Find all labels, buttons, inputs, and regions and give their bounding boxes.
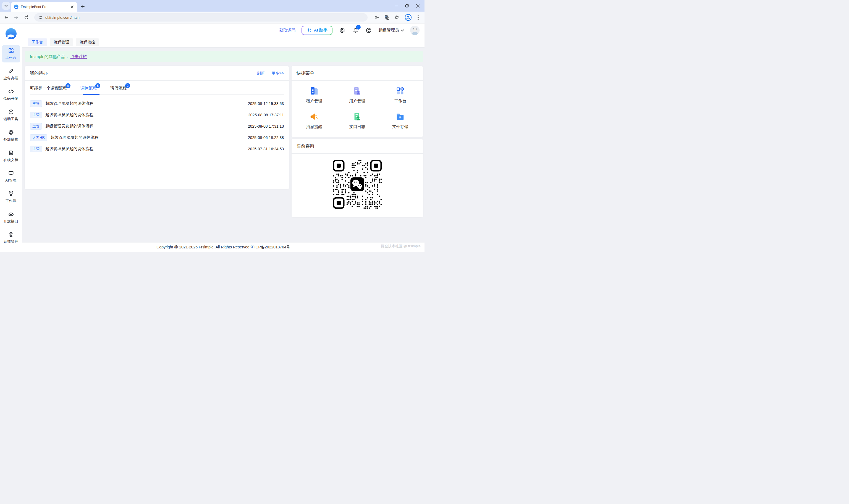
sidebar-item-workflow[interactable]: 工作流 — [2, 188, 20, 205]
tabs-underline — [30, 94, 284, 95]
quick-item-workbench[interactable]: 工作台 — [379, 86, 422, 104]
notification-badge: 0 — [356, 25, 361, 30]
todo-card-header: 我的待办 刷新 更多>> — [25, 66, 289, 81]
ai-assistant-button[interactable]: AI 助手 — [302, 26, 332, 35]
tenant-icon — [309, 86, 319, 96]
tab-close-icon[interactable] — [70, 4, 75, 10]
browser-toolbar: el.frsimple.com/main G — [0, 12, 424, 23]
approver-tag: 人力HR — [30, 134, 47, 141]
browser-profile-icon[interactable] — [404, 14, 412, 21]
todo-tab-overtime[interactable]: 调休流程 5 — [80, 86, 97, 94]
copyright-icon[interactable] — [365, 27, 372, 34]
sidebar-label: 辅助工具 — [4, 116, 19, 122]
banner-jump-link[interactable]: 点击跳转 — [71, 54, 87, 59]
sidebar-item-external[interactable]: 外部链接 — [2, 127, 20, 144]
more-link[interactable]: 更多>> — [272, 71, 284, 76]
message-alert-icon — [309, 112, 319, 121]
settings-icon[interactable] — [339, 27, 346, 34]
community-watermark: 掘金技术社区 @ frsimple — [381, 244, 421, 249]
ai-button-label: AI 助手 — [314, 28, 327, 33]
chevron-down-icon — [401, 29, 404, 32]
refresh-link[interactable]: 刷新 — [257, 71, 265, 76]
page-tab-process-monitor[interactable]: 流程监控 — [76, 38, 99, 46]
gear-icon — [8, 232, 14, 238]
todo-time: 2025-07-31 16:24:53 — [248, 147, 284, 151]
site-info-icon[interactable] — [38, 15, 42, 20]
sidebar-label: 低码开发 — [4, 96, 19, 101]
quick-item-tenant[interactable]: 租户管理 — [293, 86, 336, 104]
sidebar-label: 工作台 — [5, 55, 17, 60]
window-controls — [394, 0, 422, 12]
get-source-link[interactable]: 获取源码 — [279, 28, 295, 33]
product-banner: frsimple的其他产品： 点击跳转 — [25, 51, 423, 62]
todo-row[interactable]: 主管 超级管理员发起的调休流程 2025-08-08 17:31:13 — [30, 121, 284, 132]
browser-tab[interactable]: FrsimpleBoot Pro — [11, 2, 77, 12]
close-button[interactable] — [416, 4, 419, 8]
presale-title: 售前咨询 — [296, 143, 314, 149]
todo-row[interactable]: 主管 超级管理员发起的调休流程 2025-08-12 15:33:53 — [30, 98, 284, 109]
quick-item-user[interactable]: 用户管理 — [336, 86, 379, 104]
quick-item-label: 用户管理 — [349, 98, 365, 104]
quick-item-apilog[interactable]: 接口日志 — [336, 112, 379, 129]
user-menu[interactable]: 超级管理员 — [378, 28, 404, 33]
browser-menu-icon[interactable] — [415, 14, 422, 21]
todo-title: 超级管理员发起的调休流程 — [51, 135, 99, 140]
todo-row[interactable]: 主管 超级管理员发起的调休流程 2025-08-08 17:37:11 — [30, 109, 284, 121]
browser-window: FrsimpleBoot Pro — [0, 0, 424, 252]
back-button[interactable] — [3, 14, 10, 21]
approver-tag: 主管 — [30, 146, 42, 152]
page-tab-workbench[interactable]: 工作台 — [28, 38, 47, 46]
sidebar-item-docs[interactable]: 在线文档 — [2, 147, 20, 165]
quick-item-message[interactable]: 消息提醒 — [293, 112, 336, 129]
page-tab-process-manage[interactable]: 流程管理 — [50, 38, 73, 46]
minimize-button[interactable] — [394, 4, 398, 8]
todo-tabs: 可能是一个请假流程 0 调休流程 5 请假流程 2 — [25, 81, 289, 95]
forward-button[interactable] — [13, 14, 20, 21]
bookmark-star-icon[interactable] — [394, 15, 400, 20]
reload-button[interactable] — [23, 14, 30, 21]
quick-item-label: 接口日志 — [349, 124, 365, 129]
quick-item-label: 消息提醒 — [306, 124, 322, 129]
grid-icon — [8, 48, 14, 54]
approver-tag: 主管 — [30, 123, 42, 130]
tab-count-badge: 5 — [95, 83, 100, 88]
todo-row[interactable]: 主管 超级管理员发起的调休流程 2025-07-31 16:24:53 — [30, 143, 284, 155]
copyright-text: Copyright @ 2021-2025 Frsimple. All Righ… — [157, 245, 290, 250]
sidebar-item-system[interactable]: 系统管理 — [2, 229, 20, 247]
user-avatar[interactable] — [410, 26, 419, 35]
sidebar-item-tools[interactable]: 辅助工具 — [2, 106, 20, 124]
app-header: 获取源码 AI 助手 — [22, 23, 424, 37]
tab-count-badge: 0 — [66, 83, 71, 88]
todo-title: 超级管理员发起的调休流程 — [45, 101, 93, 106]
page-tab-row: 工作台 流程管理 流程监控 — [22, 37, 424, 48]
new-tab-button[interactable] — [79, 3, 86, 10]
chevron-down-icon — [4, 5, 8, 7]
pencil-icon — [8, 68, 14, 74]
sidebar-item-lowcode[interactable]: 低码开发 — [2, 86, 20, 103]
tab-search-button[interactable] — [2, 2, 10, 10]
sidebar-item-workbench[interactable]: 工作台 — [2, 45, 20, 62]
quick-item-storage[interactable]: 文件存储 — [379, 112, 422, 129]
todo-tab-leave[interactable]: 请假流程 2 — [110, 86, 127, 94]
notification-bell-icon[interactable]: 0 — [352, 27, 359, 34]
password-key-icon[interactable] — [374, 15, 380, 20]
approver-tag: 主管 — [30, 112, 42, 118]
globe-icon — [8, 129, 14, 136]
todo-card-title: 我的待办 — [30, 70, 48, 76]
workbench-icon — [396, 86, 405, 96]
todo-list: 主管 超级管理员发起的调休流程 2025-08-12 15:33:53 主管 超… — [25, 95, 289, 157]
todo-time: 2025-08-06 18:22:38 — [248, 136, 284, 140]
address-bar[interactable]: el.frsimple.com/main — [34, 13, 367, 21]
quick-menu-card: 快捷菜单 — [292, 66, 423, 137]
sidebar-item-business[interactable]: 业务办理 — [2, 66, 20, 83]
maximize-button[interactable] — [405, 4, 409, 8]
main-content: frsimple的其他产品： 点击跳转 我的待办 刷新 更多>> — [22, 48, 424, 242]
sidebar-item-openapi[interactable]: 开放接口 — [2, 209, 20, 226]
tab-count-badge: 2 — [125, 83, 130, 88]
sidebar-item-ai[interactable]: AI管理 — [2, 168, 20, 185]
username: 超级管理员 — [378, 28, 399, 33]
todo-row[interactable]: 人力HR 超级管理员发起的调休流程 2025-08-06 18:22:38 — [30, 132, 284, 143]
todo-tab-maybe-leave[interactable]: 可能是一个请假流程 0 — [30, 86, 67, 94]
sparkle-icon — [307, 28, 312, 33]
translate-icon[interactable]: G — [384, 15, 390, 20]
